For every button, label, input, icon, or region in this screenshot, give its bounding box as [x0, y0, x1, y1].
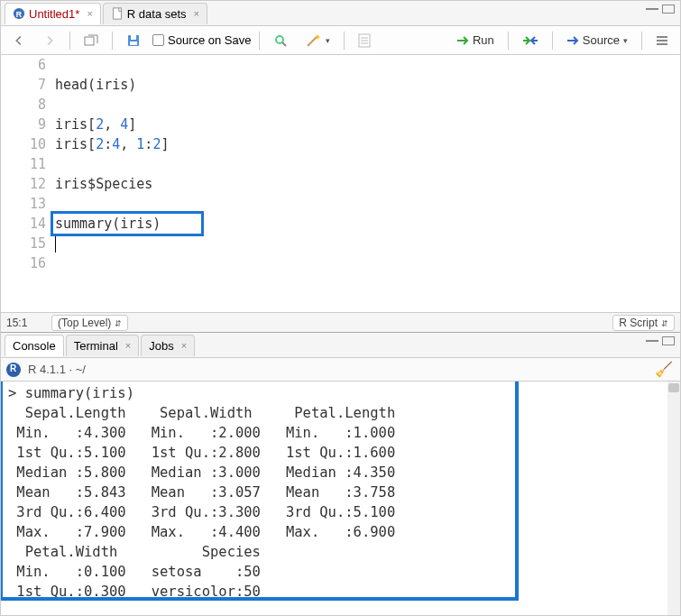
source-tab-untitled1[interactable]: R Untitled1* ×	[5, 3, 101, 24]
maximize-pane-icon[interactable]	[662, 336, 675, 345]
find-button[interactable]	[267, 31, 294, 51]
pane-window-controls	[646, 336, 675, 345]
console-line: Max. :7.900 Max. :4.400 Max. :6.900	[8, 522, 673, 542]
r-logo-icon	[6, 363, 21, 377]
console-line: 1st Qu.:0.300 versicolor:50	[8, 582, 673, 602]
source-statusbar: 15:1 (Top Level)⇵ R Script⇵	[1, 312, 680, 332]
console-tab-jobs[interactable]: Jobs×	[141, 335, 195, 356]
line-gutter: 6 7 8 9 10 11 12 13 14 15 16	[1, 55, 55, 312]
wand-button[interactable]: ▾	[299, 31, 336, 51]
close-icon[interactable]: ×	[125, 340, 131, 351]
console-output[interactable]: > summary(iris) Sepal.Length Sepal.Width…	[1, 382, 680, 615]
tab-title: R data sets	[127, 7, 187, 21]
console-line: Median :5.800 Median :3.000 Median :4.35…	[8, 463, 673, 483]
console-line: 1st Qu.:5.100 1st Qu.:2.800 1st Qu.:1.60…	[8, 443, 673, 463]
checkbox-icon	[152, 34, 164, 46]
code-editor[interactable]: 6 7 8 9 10 11 12 13 14 15 16 head(iris) …	[1, 55, 680, 312]
console-tab-terminal[interactable]: Terminal×	[66, 335, 140, 356]
console-tab-console[interactable]: Console	[5, 335, 64, 356]
console-line: Min. :4.300 Min. :2.000 Min. :1.000	[8, 423, 673, 443]
scroll-thumb[interactable]	[668, 383, 679, 392]
console-working-dir[interactable]: R 4.1.1 · ~/	[28, 363, 86, 376]
forward-button[interactable]	[37, 32, 62, 50]
svg-rect-2	[113, 8, 121, 19]
run-button[interactable]: Run	[450, 31, 501, 50]
scope-selector[interactable]: (Top Level)⇵	[51, 315, 128, 331]
source-tab-rdatasets[interactable]: R data sets ×	[103, 3, 207, 24]
svg-rect-3	[85, 37, 94, 45]
report-button[interactable]	[352, 31, 377, 51]
close-icon[interactable]: ×	[181, 340, 187, 351]
r-file-icon: R	[13, 7, 25, 20]
console-line: 3rd Qu.:6.400 3rd Qu.:3.300 3rd Qu.:5.10…	[8, 502, 673, 522]
maximize-pane-icon[interactable]	[662, 5, 675, 14]
back-button[interactable]	[6, 32, 32, 50]
console-pane: Console Terminal× Jobs× R 4.1.1 · ~/ 🧹 >…	[1, 333, 680, 615]
tab-title: Untitled1*	[29, 7, 79, 21]
show-in-new-window-button[interactable]	[78, 32, 105, 50]
rerun-button[interactable]	[516, 32, 545, 49]
close-icon[interactable]: ×	[87, 8, 92, 19]
outline-button[interactable]	[649, 32, 675, 49]
svg-rect-6	[130, 41, 137, 45]
language-selector[interactable]: R Script⇵	[612, 315, 675, 331]
svg-text:R: R	[16, 10, 23, 19]
scrollbar[interactable]	[667, 382, 680, 615]
source-on-save-checkbox[interactable]: Source on Save	[152, 33, 252, 47]
svg-point-7	[276, 36, 283, 43]
doc-file-icon	[111, 7, 124, 20]
console-tabbar: Console Terminal× Jobs×	[1, 333, 680, 358]
clear-console-icon[interactable]: 🧹	[655, 361, 673, 378]
minimize-pane-icon[interactable]	[646, 5, 658, 10]
pane-window-controls	[646, 5, 675, 14]
console-line: Mean :5.843 Mean :3.057 Mean :3.758	[8, 483, 673, 502]
close-icon[interactable]: ×	[194, 8, 199, 19]
console-prompt-line: > summary(iris)	[8, 383, 673, 403]
save-button[interactable]	[120, 31, 147, 51]
console-line: Sepal.Length Sepal.Width Petal.Length	[8, 403, 673, 423]
source-toolbar: Source on Save ▾ Run Source▾	[1, 26, 680, 55]
console-line: Petal.Width Species	[8, 542, 673, 562]
cursor-position: 15:1	[6, 317, 51, 329]
minimize-pane-icon[interactable]	[646, 336, 658, 342]
source-pane: R Untitled1* × R data sets × Source on S…	[1, 1, 680, 333]
console-line: Min. :0.100 setosa :50	[8, 562, 673, 582]
svg-rect-5	[131, 35, 136, 40]
console-header: R 4.1.1 · ~/ 🧹	[1, 358, 680, 382]
code-area[interactable]: head(iris) iris[2, 4] iris[2:4, 1:2] iri…	[55, 55, 680, 312]
source-tabbar: R Untitled1* × R data sets ×	[1, 1, 680, 26]
source-button[interactable]: Source▾	[560, 31, 634, 50]
